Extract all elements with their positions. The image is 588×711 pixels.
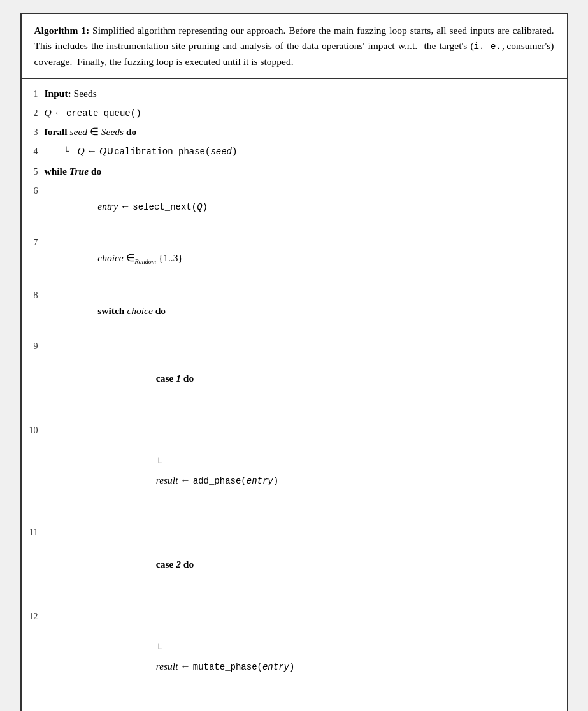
close-10: ) (273, 476, 278, 486)
val-1: 1 (176, 373, 183, 384)
line-1: 1 Input: Seeds (22, 84, 567, 103)
arrow-12: ← (180, 661, 192, 672)
line-number-7: 7 (22, 234, 45, 250)
algorithm-label: Algorithm 1: (34, 25, 90, 36)
kw-switch: switch (97, 305, 127, 316)
close-12: ) (289, 662, 294, 672)
line-number-1: 1 (22, 85, 45, 101)
var-choice: choice (97, 252, 125, 263)
union-4: ∪ (106, 143, 114, 159)
vbar-11a: case 2 do (83, 524, 194, 605)
kw-do-5: do (91, 163, 101, 180)
line-content-9: case 1 do (45, 338, 567, 419)
calibration-phase-seed: calibration_phase( (114, 145, 210, 159)
arrow-6: ← (120, 201, 133, 212)
algorithm-box: Algorithm 1: Simplified algorithm repres… (20, 13, 568, 711)
vbar-11b: case 2 do (117, 540, 194, 589)
arrow-10: ← (180, 475, 192, 485)
line-content-10: └ result ← add_phase(entry) (45, 422, 567, 521)
corner-bracket-10: └ (156, 456, 168, 472)
line-3: 3 forall seed ∈ Seeds do (22, 122, 567, 141)
create-queue: create_queue() (66, 106, 141, 121)
var-result-10: result (156, 475, 181, 485)
line-number-10: 10 (22, 422, 45, 438)
mutate-phase: mutate_phase( (193, 662, 262, 672)
var-seeds: Seeds (101, 124, 126, 140)
kw-do-8: do (155, 305, 166, 316)
corner-bracket-4: └ (64, 145, 75, 161)
val-true: True (69, 163, 91, 180)
arg-entry-10: entry (247, 476, 273, 486)
kw-case2: case (156, 559, 176, 570)
line-content-11: case 2 do (45, 524, 567, 605)
vbar-12a: └ result ← mutate_phase(entry) (83, 608, 295, 707)
input-value: Seeds (74, 85, 97, 102)
arg-entry-12: entry (262, 662, 289, 672)
line-number-4: 4 (22, 143, 45, 159)
line-number-3: 3 (22, 124, 45, 140)
vbar-6: entry ← select_next(Q) (64, 182, 208, 231)
vbar-9a: case 1 do (83, 338, 194, 419)
close-paren-6: ) (203, 202, 208, 212)
caption-section: Algorithm 1: Simplified algorithm repres… (22, 14, 567, 79)
var-entry: entry (97, 201, 120, 212)
kw-while: while (45, 163, 69, 180)
vbar-12b: └ result ← mutate_phase(entry) (117, 624, 294, 691)
var-q-4b: Q (99, 143, 106, 159)
vbar-7: choice ∈Random {1..3} (64, 234, 183, 284)
set-values: {1..3} (156, 252, 183, 263)
line-content-7: choice ∈Random {1..3} (45, 234, 567, 284)
line-number-2: 2 (22, 104, 45, 120)
vbar-9b: case 1 do (117, 354, 194, 403)
arg-seed-4: seed (210, 145, 232, 159)
arg-q-6: Q (197, 202, 202, 212)
vbar-8: switch choice do (64, 287, 166, 336)
keyword-input: Input: (45, 85, 74, 102)
kw-do-9: do (183, 373, 194, 384)
select-next: select_next( (133, 202, 197, 212)
close-paren-4: ) (232, 145, 237, 159)
line-number-6: 6 (22, 182, 45, 198)
in-random-sym: ∈ (126, 252, 135, 263)
line-content-2: Q ← create_queue() (45, 104, 567, 121)
kw-case1: case (156, 373, 176, 384)
algorithm-body: 1 Input: Seeds 2 Q ← create_queue() 3 fo… (22, 79, 567, 711)
vbar-10a: └ result ← add_phase(entry) (83, 422, 279, 521)
subscript-random: Random (135, 258, 156, 265)
val-2: 2 (176, 559, 183, 570)
kw-forall: forall (45, 124, 70, 140)
kw-do-3: do (126, 124, 136, 140)
line-8: 8 switch choice do (22, 285, 567, 337)
var-choice-8: choice (127, 305, 155, 316)
line-4: 4 └ Q ← Q∪calibration_phase(seed) (22, 141, 567, 162)
arrow-4: ← (87, 143, 99, 159)
var-q-4: Q (78, 143, 87, 159)
var-seed-forall: seed (70, 124, 90, 140)
line-12: 12 └ result ← mutate_phase(entry) (22, 607, 567, 708)
line-10: 10 └ result ← add_phase(entry) (22, 420, 567, 522)
line-content-4: └ Q ← Q∪calibration_phase(seed) (45, 143, 567, 161)
line-13: 13 case 3 do (22, 708, 567, 711)
line-5: 5 while True do (22, 162, 567, 181)
line-content-3: forall seed ∈ Seeds do (45, 124, 567, 140)
line-content-6: entry ← select_next(Q) (45, 182, 567, 231)
line-11: 11 case 2 do (22, 522, 567, 607)
line-number-5: 5 (22, 163, 45, 179)
line-content-8: switch choice do (45, 287, 567, 336)
var-result-12: result (156, 661, 181, 672)
vbar-10b: └ result ← add_phase(entry) (117, 438, 278, 505)
corner-bracket-12: └ (156, 642, 168, 658)
line-6: 6 entry ← select_next(Q) (22, 181, 567, 233)
caption-text: Simplified algorithm representing our ap… (34, 25, 554, 67)
line-number-8: 8 (22, 287, 45, 303)
kw-do-11: do (183, 559, 194, 570)
line-number-12: 12 (22, 608, 45, 624)
line-2: 2 Q ← create_queue() (22, 103, 567, 122)
line-number-11: 11 (22, 524, 45, 540)
line-number-9: 9 (22, 338, 45, 354)
line-content-5: while True do (45, 163, 567, 180)
arrow-2: ← (54, 104, 66, 121)
line-content-1: Input: Seeds (45, 85, 567, 102)
add-phase: add_phase( (193, 476, 247, 486)
in-sym: ∈ (90, 124, 101, 140)
